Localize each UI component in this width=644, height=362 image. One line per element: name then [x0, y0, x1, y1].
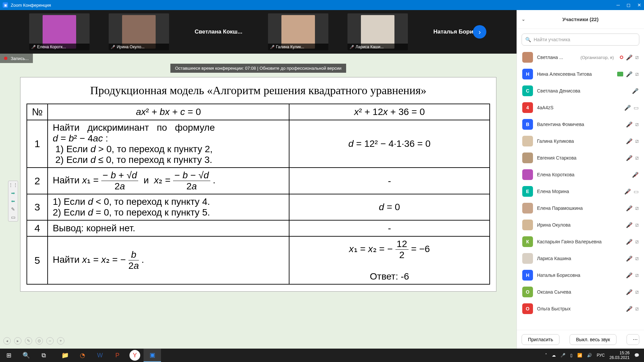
task-view-button[interactable]: ⧉	[35, 349, 52, 362]
search-placeholder: Найти участника	[534, 37, 570, 42]
recording-indicator: Запись...	[0, 54, 33, 63]
participant-row[interactable]: ККаспарьян Гаянэ Валерьевна🎤̸⧄	[519, 233, 642, 250]
mic-muted-icon: 🎤̸	[626, 155, 633, 161]
mute-icon: 🎤̸	[350, 45, 354, 49]
camera-icon: ▭	[634, 188, 639, 195]
pen-icon[interactable]: ✎	[11, 206, 15, 212]
maximize-button[interactable]: ◻	[627, 2, 631, 8]
mic-muted-icon: 🎤̸	[626, 255, 633, 262]
file-explorer-icon[interactable]: 📁	[56, 349, 74, 362]
taskbar-clock[interactable]: 15:26 26.03.2021	[609, 351, 630, 360]
collapse-panel-icon[interactable]: ⌄	[522, 17, 525, 22]
window-titlebar: ▣ Zoom Конференция ─ ◻ ✕	[0, 0, 644, 10]
blender-icon[interactable]: ◔	[74, 349, 91, 362]
video-tile[interactable]: 🎤̸Лариса Каши...	[347, 13, 408, 50]
tray-battery-icon[interactable]: ▯	[570, 353, 573, 358]
participant-row[interactable]: Галина Куликова🎤̸⧄	[519, 133, 642, 149]
powerpoint-icon[interactable]: P	[109, 349, 126, 362]
record-dot-icon	[4, 57, 7, 60]
video-tile[interactable]: 🎤̸Галина Кулик...	[268, 13, 328, 50]
pen-tool-icon[interactable]: ✎	[25, 337, 32, 345]
avatar: К	[522, 236, 533, 247]
tray-language[interactable]: РУС	[597, 353, 605, 358]
participant-name: Ирина Окулова	[537, 222, 622, 228]
tile-name: Ирина Окуло...	[117, 45, 145, 49]
minimize-button[interactable]: ─	[616, 2, 620, 8]
video-tile[interactable]: 🎤̸Елена Коротк...	[29, 13, 90, 50]
slide-bottom-controls[interactable]: ◂ ▸ ✎ ⊙ − +	[3, 337, 64, 345]
participant-row[interactable]: ЕЕлена Морина🎤̸▭	[519, 183, 642, 200]
tray-volume-icon[interactable]: 🔊	[587, 353, 592, 358]
participant-row[interactable]: Светлана ...(Организатор, я)🎤̸⧄	[519, 49, 642, 66]
more-options-button[interactable]: ⋯	[627, 334, 639, 345]
tray-mic-icon[interactable]: 🎤	[560, 353, 566, 358]
next-slide-icon[interactable]: ▸	[14, 337, 21, 345]
tray-wifi-icon[interactable]: 📶	[577, 353, 582, 358]
mute-icon: 🎤̸	[31, 45, 36, 49]
camera-icon: ▭	[634, 105, 639, 111]
word-icon[interactable]: W	[91, 349, 109, 362]
mic-icon: 🎤	[626, 71, 633, 77]
mic-muted-icon: 🎤̸	[626, 306, 633, 312]
avatar	[522, 220, 533, 230]
tray-chevron-icon[interactable]: ˄	[545, 353, 547, 358]
participant-row[interactable]: ООльга Быстрых🎤̸⧄	[519, 300, 642, 317]
search-participants-input[interactable]: 🔍 Найти участника	[522, 34, 639, 46]
participant-row[interactable]: ННина Алексеевна Титова🎤⧄	[519, 66, 642, 82]
participant-row[interactable]: ССветлана Денисова🎤	[519, 82, 642, 99]
yandex-icon[interactable]: Y	[129, 350, 140, 361]
participant-row[interactable]: Елена Парамошкина🎤̸⧄	[519, 200, 642, 217]
time-remaining-banner[interactable]: Оставшееся время конференции: 07:08 | Об…	[170, 64, 346, 73]
camera-off-icon: ⧄	[635, 121, 639, 127]
window-title: Zoom Конференция	[11, 3, 616, 8]
windows-taskbar[interactable]: ⊞ 🔍 ⧉ 📁 ◔ W P Y ▣ ˄ ☁ 🎤 ▯ 📶 🔊 РУС 15:26 …	[0, 349, 644, 362]
zoom-in-icon[interactable]: +	[57, 337, 64, 345]
presentation-slide: Продукционная модель «Алгоритм решения к…	[20, 77, 496, 292]
participant-row[interactable]: ВВалентина Фомичева🎤̸⧄	[519, 116, 642, 133]
screen-icon[interactable]: ▭	[11, 215, 15, 220]
mic-muted-icon: 🎤̸	[626, 138, 633, 144]
participant-row[interactable]: Евгения Старкова🎤̸⧄	[519, 149, 642, 166]
slide-side-toolbar[interactable]: ⋮⋮ ➡ ⬅ ✎ ▭	[8, 181, 18, 222]
participant-row[interactable]: Елена Короткова🎤̸	[519, 166, 642, 183]
grip-icon: ⋮⋮	[8, 182, 18, 188]
arrow-left-icon[interactable]: ⬅	[11, 198, 15, 204]
recording-badge-icon	[620, 56, 623, 59]
participant-name: Елена Парамошкина	[537, 205, 622, 211]
arrow-right-icon[interactable]: ➡	[11, 190, 15, 196]
mic-muted-icon: 🎤̸	[626, 272, 633, 279]
tray-onedrive-icon[interactable]: ☁	[552, 353, 556, 358]
participants-list[interactable]: Светлана ...(Организатор, я)🎤̸⧄ННина Але…	[517, 49, 644, 330]
close-button[interactable]: ✕	[637, 2, 641, 8]
search-taskbar-button[interactable]: 🔍	[17, 349, 35, 362]
pointer-icon[interactable]: ⊙	[36, 337, 43, 345]
mute-all-button[interactable]: Выкл. весь звук	[570, 334, 616, 345]
video-tile[interactable]: 🎤̸Ирина Окуло...	[109, 13, 169, 50]
avatar: С	[522, 85, 533, 96]
participant-name: Ольга Быстрых	[537, 306, 622, 311]
search-icon: 🔍	[525, 37, 531, 42]
participant-name: Евгения Старкова	[537, 155, 622, 161]
participant-row[interactable]: Ирина Окулова🎤̸⧄	[519, 217, 642, 233]
mute-icon: 🎤̸	[111, 45, 115, 49]
participant-row[interactable]: 44aA4zS🎤▭	[519, 99, 642, 116]
participant-row[interactable]: ООксана Сычева🎤̸⧄	[519, 284, 642, 300]
video-tile-text[interactable]: Светлана Кокш...	[188, 13, 249, 50]
participant-name: Елена Короткова	[537, 172, 628, 177]
participant-name: Оксана Сычева	[537, 289, 622, 295]
avatar	[522, 136, 533, 146]
participant-name: Каспарьян Гаянэ Валерьевна	[537, 239, 622, 244]
notifications-icon[interactable]: 💬	[634, 353, 639, 358]
zoom-taskbar-icon[interactable]: ▣	[144, 349, 161, 362]
participant-row[interactable]: ННаталья Борисовна🎤̸⧄	[519, 267, 642, 284]
prev-slide-icon[interactable]: ◂	[3, 337, 11, 345]
video-gallery: ‹ 🎤̸Елена Коротк...🎤̸Ирина Окуло...Светл…	[0, 10, 517, 54]
participant-row[interactable]: Лариса Кашина🎤̸⧄	[519, 250, 642, 267]
camera-off-icon: ⧄	[635, 239, 639, 245]
start-button[interactable]: ⊞	[0, 349, 17, 362]
participant-name: Светлана ...	[537, 55, 576, 60]
gallery-next-button[interactable]: ›	[473, 25, 486, 39]
camera-off-icon: ⧄	[635, 138, 639, 144]
invite-button[interactable]: Пригласить	[522, 334, 559, 345]
zoom-out-icon[interactable]: −	[46, 337, 54, 345]
